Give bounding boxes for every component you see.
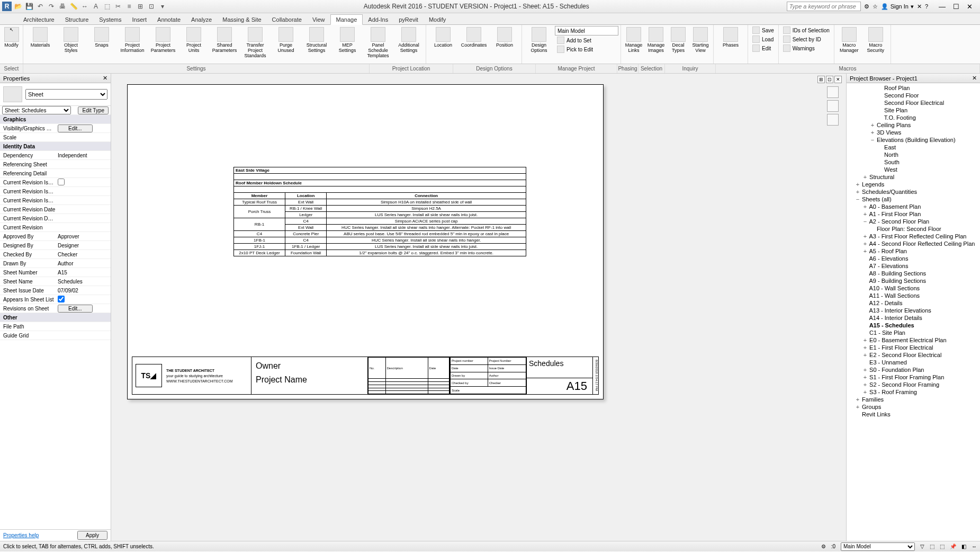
panelschedule-button[interactable]: Panel ScheduleTemplates — [363, 26, 393, 59]
tree-node[interactable]: + S3 - Roof Framing — [848, 388, 979, 396]
property-row[interactable]: Sheet NameSchedules — [0, 277, 111, 286]
3d-icon[interactable]: ⬚ — [102, 2, 112, 11]
close-icon[interactable]: ✕ — [967, 3, 973, 11]
property-row[interactable]: Current Revision Issu... — [0, 187, 111, 196]
properties-help-link[interactable]: Properties help — [3, 532, 39, 538]
ribbon-tab-collaborate[interactable]: Collaborate — [267, 15, 307, 24]
property-value[interactable]: Independent — [56, 153, 111, 158]
expand-icon[interactable]: − — [862, 218, 868, 225]
dimension-icon[interactable]: ↔ — [80, 2, 89, 11]
apply-button[interactable]: Apply — [77, 531, 107, 540]
property-row[interactable]: Current Revision Date — [0, 205, 111, 214]
expand-icon[interactable]: + — [870, 129, 875, 136]
select-links-icon[interactable]: ⬚ — [930, 544, 934, 549]
expand-icon[interactable]: + — [862, 174, 868, 180]
tree-node[interactable]: North — [848, 151, 979, 158]
transfer-button[interactable]: TransferProject Standards — [240, 26, 270, 59]
project-button[interactable]: ProjectParameters — [148, 26, 178, 54]
property-row[interactable]: Scale — [0, 133, 111, 142]
property-row[interactable]: Current Revision Issu... — [0, 196, 111, 205]
modify-button[interactable]: ↖Modify — [0, 26, 26, 48]
tree-node[interactable]: Revit Links — [848, 411, 979, 418]
tree-node[interactable]: + Ceiling Plans — [848, 121, 979, 129]
tree-node[interactable]: + Schedules/Quantities — [848, 188, 979, 195]
tree-node[interactable]: A12 - Details — [848, 299, 979, 307]
coordinates-button[interactable]: Coordinates — [459, 26, 489, 48]
property-row[interactable]: Appears In Sheet List — [0, 295, 111, 304]
expand-icon[interactable]: + — [862, 367, 868, 373]
tree-node[interactable]: Site Plan — [848, 106, 979, 114]
position-button[interactable]: Position — [490, 26, 519, 48]
save-icon[interactable]: 💾 — [24, 2, 34, 11]
load-selection-button[interactable]: Load — [750, 35, 776, 43]
property-row[interactable]: Current Revision — [0, 223, 111, 232]
property-value[interactable] — [56, 296, 111, 304]
expand-icon[interactable]: + — [862, 241, 868, 247]
ids-of-selection-button[interactable]: IDs of Selection — [781, 26, 832, 34]
tree-node[interactable]: − Sheets (all) — [848, 195, 979, 203]
ribbon-tab-manage[interactable]: Manage — [330, 14, 363, 25]
ribbon-tab-analyze[interactable]: Analyze — [186, 15, 217, 24]
property-row[interactable]: Designed ByDesigner — [0, 241, 111, 250]
manage-button[interactable]: ManageImages — [645, 26, 667, 54]
tree-node[interactable]: Second Floor Electrical — [848, 99, 979, 106]
filter-icon[interactable]: ▽ — [920, 544, 924, 549]
expand-icon[interactable]: − — [855, 196, 860, 202]
ribbon-tab-addins[interactable]: Add-Ins — [363, 15, 393, 24]
property-row[interactable]: Visibility/Graphics Ov...Edit... — [0, 124, 111, 133]
tree-node[interactable]: A6 - Elevations — [848, 255, 979, 262]
cascade-icon[interactable]: ⊡ — [826, 76, 833, 83]
drawing-canvas[interactable]: ⊞ ⊡ ✕ East Side Village Roof Member Hold… — [111, 74, 846, 541]
ribbon-tab-pyrevit[interactable]: pyRevit — [393, 15, 424, 24]
maximize-icon[interactable]: ☐ — [953, 3, 959, 11]
expand-icon[interactable]: + — [862, 211, 868, 217]
expand-icon[interactable]: + — [862, 337, 868, 343]
tree-node[interactable]: South — [848, 158, 979, 166]
tree-node[interactable]: − A2 - Second Floor Plan — [848, 218, 979, 225]
property-row[interactable]: Revisions on SheetEdit... — [0, 304, 111, 313]
tree-node[interactable]: A7 - Elevations — [848, 262, 979, 270]
switch-windows-icon[interactable]: ⊡ — [147, 2, 156, 11]
property-value[interactable]: Approver — [56, 234, 111, 239]
property-value[interactable]: Edit... — [56, 305, 111, 313]
property-row[interactable]: Sheet NumberA15 — [0, 268, 111, 277]
signin-button[interactable]: 👤 Sign In ▾ — [881, 3, 914, 10]
shared-button[interactable]: SharedParameters — [210, 26, 239, 54]
help-icon[interactable]: ? — [925, 3, 928, 10]
manage-button[interactable]: ManageLinks — [623, 26, 644, 54]
tree-node[interactable]: A8 - Building Sections — [848, 270, 979, 277]
tree-node[interactable]: + A3 - First Floor Reflected Ceiling Pla… — [848, 233, 979, 240]
expand-icon[interactable]: − — [870, 137, 875, 143]
tree-node[interactable]: E3 - Unnamed — [848, 359, 979, 366]
text-icon[interactable]: A — [91, 2, 101, 11]
tile-icon[interactable]: ⊞ — [817, 76, 825, 83]
tree-node[interactable]: Roof Plan — [848, 84, 979, 92]
materials-button[interactable]: Materials — [25, 26, 55, 48]
type-selector[interactable]: Sheet — [0, 83, 111, 106]
ribbon-tab-massingsite[interactable]: Massing & Site — [217, 15, 266, 24]
ribbon-tab-insert[interactable]: Insert — [127, 15, 152, 24]
ribbon-tab-architecture[interactable]: Architecture — [18, 15, 60, 24]
zoom-icon[interactable] — [827, 100, 839, 112]
app-menu-icon[interactable]: R — [2, 2, 12, 11]
property-row[interactable]: Drawn ByAuthor — [0, 259, 111, 268]
tree-node[interactable]: + A0 - Basement Plan — [848, 203, 979, 210]
pan-icon[interactable] — [827, 114, 839, 126]
ribbon-tab-annotate[interactable]: Annotate — [152, 15, 186, 24]
property-row[interactable]: Referencing Detail — [0, 169, 111, 178]
phases-button[interactable]: Phases — [716, 26, 745, 48]
mep-button[interactable]: MEPSettings — [332, 26, 362, 54]
tree-node[interactable]: + S0 - Foundation Plan — [848, 366, 979, 373]
property-value[interactable]: Designer — [56, 243, 111, 248]
property-row[interactable]: DependencyIndependent — [0, 151, 111, 160]
warnings-button[interactable]: Warnings — [781, 44, 832, 52]
snaps-button[interactable]: Snaps — [87, 26, 116, 48]
edit-selection-button[interactable]: Edit — [750, 44, 776, 52]
tree-node[interactable]: T.O. Footing — [848, 114, 979, 121]
property-row[interactable]: Referencing Sheet — [0, 160, 111, 169]
properties-close-icon[interactable]: ✕ — [103, 75, 107, 82]
expand-icon[interactable]: + — [855, 396, 860, 403]
property-value[interactable]: Edit... — [56, 124, 111, 132]
tree-node[interactable]: + Structural — [848, 173, 979, 181]
tree-node[interactable]: East — [848, 144, 979, 151]
